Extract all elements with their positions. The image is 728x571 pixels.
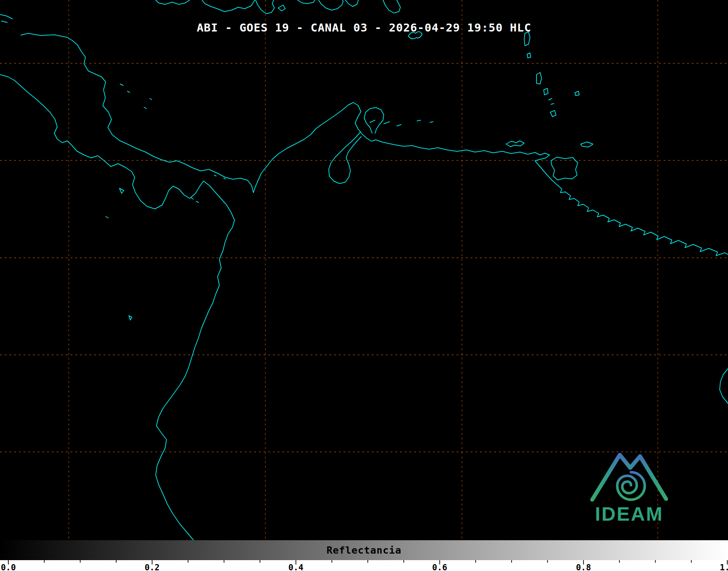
colorbar-tick-label: 1.0 [720,563,728,571]
lake-maracaibo [329,132,361,184]
colorbar-tick-label: 0.0 [1,563,16,571]
colorbar-tick-label: 0.6 [432,563,447,571]
colorbar: Reflectancia [0,540,728,560]
offshore-islets [106,84,226,320]
margarita-island [506,141,524,147]
tobago-island [581,142,593,147]
coastline-caribbean-mainland [21,33,728,256]
colorbar-ticks [0,560,728,571]
ideam-logo-text: IDEAM [589,504,669,524]
coastline-pacific-mainland [0,75,235,540]
product-title: ABI - GOES 19 - CANAL 03 - 2026-04-29 19… [197,21,531,34]
goes-satellite-product: ABI - GOES 19 - CANAL 03 - 2026-04-29 19… [0,0,728,571]
brazil-coast-fragment [720,369,728,403]
ideam-logo: IDEAM [589,445,669,524]
ideam-logo-graphic [589,445,669,503]
colorbar-tick-label: 0.2 [144,563,160,571]
colorbar-axis: 0.00.20.40.60.81.0 [0,560,728,571]
lesser-antilles-islands [524,32,579,117]
colorbar-tick-label: 0.8 [576,563,591,571]
trinidad-island [551,157,578,180]
map-area: ABI - GOES 19 - CANAL 03 - 2026-04-29 19… [0,0,728,540]
colorbar-tick-label: 0.4 [289,563,304,571]
logo-spiral [617,472,645,500]
top-left-coast-fragments [0,14,12,22]
colorbar-label: Reflectancia [327,545,401,556]
top-edge-island-coast-fragments [156,0,400,14]
